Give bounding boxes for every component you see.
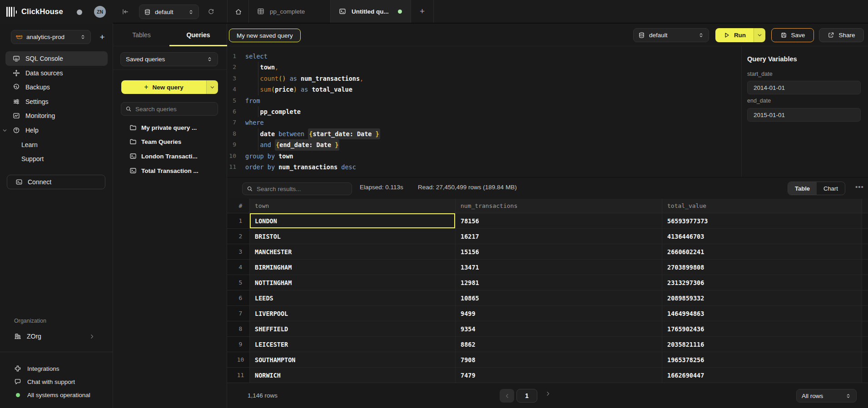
- refresh-icon[interactable]: [208, 8, 214, 15]
- new-tab-button[interactable]: +: [411, 0, 434, 23]
- line-number: 8: [227, 128, 236, 139]
- avatar[interactable]: ZN: [94, 6, 106, 18]
- row-index[interactable]: 6: [227, 290, 250, 306]
- cell-num-transactions[interactable]: 12981: [456, 275, 662, 290]
- cell-town[interactable]: LEEDS: [250, 290, 456, 306]
- cell-num-transactions[interactable]: 9499: [456, 306, 662, 321]
- cell-num-transactions[interactable]: 16217: [456, 229, 662, 244]
- sidebar-item-monitoring[interactable]: Monitoring: [5, 108, 108, 123]
- row-index[interactable]: 1: [227, 213, 250, 229]
- project-select[interactable]: aws analytics-prod: [11, 30, 91, 44]
- cell-total-value[interactable]: 2313297306: [662, 275, 862, 290]
- column-header-town[interactable]: town: [250, 199, 456, 213]
- cell-total-value[interactable]: 56593977373: [662, 213, 862, 229]
- cell-num-transactions[interactable]: 7908: [456, 352, 662, 368]
- sidebar-item-settings[interactable]: Settings: [5, 94, 108, 109]
- sidebar-subitem-learn[interactable]: Learn: [21, 138, 38, 151]
- workspace-tab-untitledqu[interactable]: Untitled qu...: [330, 0, 411, 23]
- column-header-index[interactable]: #: [227, 199, 250, 213]
- sidebar-footer-all-systems-operational[interactable]: All systems operational: [5, 389, 108, 401]
- cell-total-value[interactable]: 1765902436: [662, 321, 862, 337]
- new-query-button[interactable]: +New query: [121, 80, 218, 94]
- organization-item[interactable]: ZOrg: [5, 330, 108, 342]
- row-index[interactable]: 2: [227, 229, 250, 244]
- page-size-select[interactable]: All rows: [796, 389, 857, 403]
- row-index[interactable]: 10: [227, 352, 250, 368]
- run-menu-button[interactable]: [754, 28, 765, 42]
- share-button[interactable]: Share: [819, 28, 864, 42]
- sidebar-footer-integrations[interactable]: Integrations: [5, 363, 108, 374]
- topbar-database-select[interactable]: default: [139, 5, 199, 19]
- cell-total-value[interactable]: 2703899808: [662, 260, 862, 275]
- cell-town[interactable]: SOUTHAMPTON: [250, 352, 456, 368]
- search-queries-placeholder: Search queries: [135, 106, 177, 113]
- cell-num-transactions[interactable]: 78156: [456, 213, 662, 229]
- add-project-button[interactable]: +: [97, 32, 108, 43]
- sql-editor[interactable]: 1select2town,3count() as num_transaction…: [227, 46, 741, 177]
- saved-queries-select[interactable]: Saved queries: [120, 52, 218, 66]
- cell-town[interactable]: SHEFFIELD: [250, 321, 456, 337]
- sidebar-item-help[interactable]: Help: [5, 123, 108, 138]
- row-index[interactable]: 9: [227, 337, 250, 352]
- row-index[interactable]: 5: [227, 275, 250, 290]
- row-index[interactable]: 11: [227, 368, 250, 383]
- workspace-tab-pp_complete[interactable]: pp_complete: [248, 0, 330, 23]
- cell-num-transactions[interactable]: 10865: [456, 290, 662, 306]
- cell-town[interactable]: LEICESTER: [250, 337, 456, 352]
- saved-query-tab[interactable]: My new saved query: [229, 29, 301, 42]
- cell-town[interactable]: MANCHESTER: [250, 244, 456, 260]
- cell-num-transactions[interactable]: 7479: [456, 368, 662, 383]
- sidebar-item-sql-console[interactable]: SQL Console: [5, 51, 108, 66]
- previous-page-button[interactable]: [500, 389, 514, 403]
- row-index[interactable]: 3: [227, 244, 250, 260]
- row-index[interactable]: 4: [227, 260, 250, 275]
- column-header-total_value[interactable]: total_value: [662, 199, 862, 213]
- sidebar-footer-chat-with-support[interactable]: Chat with support: [5, 376, 108, 388]
- cell-town[interactable]: BRISTOL: [250, 229, 456, 244]
- query-list-item[interactable]: Team Queries: [122, 135, 218, 148]
- view-toggle-table[interactable]: Table: [788, 182, 817, 195]
- next-page-button[interactable]: [545, 390, 551, 398]
- cell-town[interactable]: BIRMINGHAM: [250, 260, 456, 275]
- cell-total-value[interactable]: 1662690447: [662, 368, 862, 383]
- cell-total-value[interactable]: 4136446703: [662, 229, 862, 244]
- search-results-input[interactable]: Search results...: [242, 182, 352, 195]
- connect-button[interactable]: Connect: [7, 175, 105, 189]
- cell-total-value[interactable]: 2035821116: [662, 337, 862, 352]
- cell-num-transactions[interactable]: 8862: [456, 337, 662, 352]
- row-index[interactable]: 7: [227, 306, 250, 321]
- panel-tab-queries[interactable]: Queries: [170, 24, 227, 46]
- cell-num-transactions[interactable]: 9354: [456, 321, 662, 337]
- cell-total-value[interactable]: 1965378256: [662, 352, 862, 368]
- cell-total-value[interactable]: 1464994863: [662, 306, 862, 321]
- query-list-item[interactable]: Total Transaction ...: [122, 164, 218, 177]
- results-menu-button[interactable]: •••: [855, 183, 864, 191]
- cell-num-transactions[interactable]: 15156: [456, 244, 662, 260]
- sidebar-subitem-support[interactable]: Support: [21, 152, 44, 165]
- cell-total-value[interactable]: 2089859332: [662, 290, 862, 306]
- search-queries-input[interactable]: Search queries: [121, 102, 218, 116]
- cell-town[interactable]: LONDON: [250, 213, 456, 229]
- column-header-num_transactions[interactable]: num_transactions: [456, 199, 662, 213]
- run-database-select[interactable]: default: [633, 28, 709, 42]
- panel-tab-tables[interactable]: Tables: [113, 24, 170, 46]
- cell-num-transactions[interactable]: 13471: [456, 260, 662, 275]
- sidebar-item-data-sources[interactable]: Data sources: [5, 66, 108, 80]
- cell-town[interactable]: NORWICH: [250, 368, 456, 383]
- current-page[interactable]: 1: [516, 389, 537, 403]
- sidebar-item-backups[interactable]: Backups: [5, 80, 108, 94]
- cell-town[interactable]: LIVERPOOL: [250, 306, 456, 321]
- collapse-back-icon[interactable]: [122, 8, 129, 15]
- query-list-item[interactable]: My private query ...: [122, 121, 218, 134]
- variable-input-end_date[interactable]: [747, 108, 861, 122]
- variable-input-start_date[interactable]: [747, 81, 861, 94]
- save-button[interactable]: Save: [771, 28, 814, 42]
- run-button[interactable]: Run: [715, 28, 765, 42]
- view-toggle-chart[interactable]: Chart: [817, 182, 845, 195]
- cell-total-value[interactable]: 2660602241: [662, 244, 862, 260]
- new-query-menu-button[interactable]: [206, 80, 218, 94]
- query-list-item[interactable]: London Transacti...: [122, 149, 218, 163]
- cell-town[interactable]: NOTTINGHAM: [250, 275, 456, 290]
- row-index[interactable]: 8: [227, 321, 250, 337]
- home-icon[interactable]: [235, 8, 242, 15]
